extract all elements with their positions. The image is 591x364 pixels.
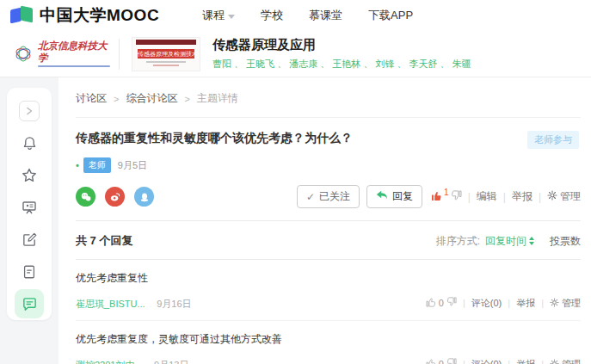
like-count: 1 [444, 188, 449, 197]
mooc-logo[interactable]: 中国大学MOOC [10, 4, 159, 27]
thumbs-down-icon[interactable] [451, 190, 462, 204]
university-subtitle-line [38, 65, 110, 67]
course-cover-banner: 传感器原理及检测技术 [138, 49, 194, 59]
university-name: 北京信息科技大学 [38, 40, 110, 63]
reply-item: 优先考虑重复度，灵敏度可通过其他方式改善 测控2201刘中... 9月13日 0… [76, 321, 581, 364]
thumbs-up-icon[interactable] [426, 297, 436, 309]
sidebar-item-favorites[interactable] [7, 159, 52, 191]
sidebar-expand-button[interactable] [7, 95, 52, 126]
course-title[interactable]: 传感器原理及应用 [212, 37, 471, 53]
edit-link[interactable]: 编辑 [477, 189, 497, 204]
university-logo[interactable]: 北京信息科技大学 [14, 40, 107, 66]
reply-date: 9月13日 [154, 360, 188, 364]
edit-icon [22, 231, 38, 248]
breadcrumb: 讨论区 > 综合讨论区 > 主题详情 [76, 91, 581, 118]
nav-item-mooc-class[interactable]: 慕课堂 [309, 8, 342, 23]
reply-like-count: 0 [439, 359, 444, 364]
reply-button[interactable]: 回复 [366, 185, 422, 208]
reply-author[interactable]: 测控2201刘中... [76, 360, 143, 364]
bell-icon [22, 135, 38, 151]
breadcrumb-separator: > [184, 94, 189, 104]
top-navbar: 中国大学MOOC 课程 学校 慕课堂 下载APP [0, 0, 591, 31]
main-panel: 讨论区 > 综合讨论区 > 主题详情 传感器的重复性和灵敏度哪个该优先考虑？为什… [58, 77, 591, 364]
reply-content: 优先考虑重复性 [76, 271, 581, 286]
manage-link[interactable]: 管理 [547, 189, 581, 204]
sidebar-item-notifications[interactable] [7, 126, 52, 158]
nav-item-schools[interactable]: 学校 [261, 8, 283, 23]
sort-by-votes[interactable]: 投票数 [550, 234, 581, 249]
teacher-role-badge: 老师 [83, 157, 111, 173]
reply-comment-link[interactable]: 评论(0) [471, 358, 502, 364]
gear-icon [550, 298, 559, 309]
followed-button[interactable]: ✓ 已关注 [297, 185, 360, 208]
weibo-share-icon[interactable] [105, 187, 125, 207]
nav-item-courses[interactable]: 课程 [202, 8, 235, 23]
report-link[interactable]: 举报 [512, 189, 533, 204]
breadcrumb-forum[interactable]: 讨论区 [76, 91, 107, 106]
sort-arrows-icon [529, 237, 534, 245]
replies-count: 共 7 个回复 [76, 233, 132, 249]
course-header: 北京信息科技大学 传感器原理及检测技术 传感器原理及应用 曹阳 、 王晓飞 、 … [0, 31, 591, 77]
sidebar-item-live-class[interactable] [7, 191, 52, 223]
reply-date: 9月16日 [157, 299, 191, 309]
topic-card: 传感器的重复性和灵敏度哪个该优先考虑？为什么？ 老师参与 • 老师 9月5日 [76, 118, 581, 221]
wechat-share-icon[interactable] [76, 187, 95, 207]
replies-header: 共 7 个回复 排序方式: 回复时间 投票数 [76, 221, 581, 260]
breadcrumb-general-forum[interactable]: 综合讨论区 [126, 91, 177, 106]
nav-item-download-app[interactable]: 下载APP [368, 8, 413, 23]
sort-by-reply-time[interactable]: 回复时间 [485, 234, 534, 249]
reply-comment-link[interactable]: 评论(0) [471, 297, 502, 310]
reply-author[interactable]: 崔思琪_BISTU... [76, 299, 145, 309]
reply-report-link[interactable]: 举报 [516, 358, 535, 364]
thumbs-up-icon[interactable] [431, 190, 442, 204]
reply-manage-link[interactable]: 管理 [550, 358, 581, 364]
sidebar-item-discussion[interactable] [7, 288, 52, 320]
sidebar-item-assignments[interactable] [7, 224, 52, 256]
teacher-participate-badge: 老师参与 [527, 131, 579, 149]
reply-like-count: 0 [439, 298, 444, 308]
gear-icon [550, 359, 559, 364]
course-instructors[interactable]: 曹阳 、 王晓飞 、 潘志康 、 王艳林 、 刘锋 、 李天舒 、 朱疆 [212, 58, 471, 71]
reply-item: 优先考虑重复性 崔思琪_BISTU... 9月16日 0 评论(0) 举报 [76, 260, 581, 321]
course-cover-image[interactable]: 传感器原理及检测技术 [132, 37, 200, 71]
gear-icon [547, 190, 557, 203]
sidebar-item-exams[interactable] [7, 256, 52, 287]
reply-report-link[interactable]: 举报 [516, 297, 535, 310]
mooc-logo-icon [10, 6, 34, 25]
thumbs-up-icon[interactable] [426, 358, 436, 364]
reply-content: 优先考虑重复度，灵敏度可通过其他方式改善 [76, 332, 581, 347]
mooc-logo-text: 中国大学MOOC [40, 4, 159, 27]
top-nav-menu: 课程 学校 慕课堂 下载APP [202, 8, 413, 23]
breadcrumb-topic-detail: 主题详情 [197, 91, 238, 106]
sidebar-strip [0, 77, 58, 364]
breadcrumb-separator: > [114, 94, 119, 104]
sidebar [7, 88, 52, 320]
check-icon: ✓ [306, 191, 315, 203]
presentation-icon [21, 199, 38, 216]
document-icon [22, 264, 37, 280]
chevron-down-icon [228, 15, 235, 19]
chevron-right-icon [19, 101, 40, 121]
reply-manage-link[interactable]: 管理 [550, 297, 581, 310]
qq-share-icon[interactable] [134, 187, 154, 207]
share-icons [76, 187, 154, 207]
star-icon [21, 167, 38, 184]
topic-date: 9月5日 [118, 159, 147, 172]
author-dot: • [76, 160, 79, 170]
chat-icon [15, 289, 44, 318]
university-logo-icon [14, 45, 33, 64]
topic-title: 传感器的重复性和灵敏度哪个该优先考虑？为什么？ [76, 131, 353, 146]
sort-label: 排序方式: [436, 234, 480, 249]
thumbs-down-icon[interactable] [446, 358, 457, 364]
thumbs-down-icon[interactable] [446, 297, 457, 309]
reply-arrow-icon [376, 190, 388, 203]
divider [119, 39, 120, 70]
